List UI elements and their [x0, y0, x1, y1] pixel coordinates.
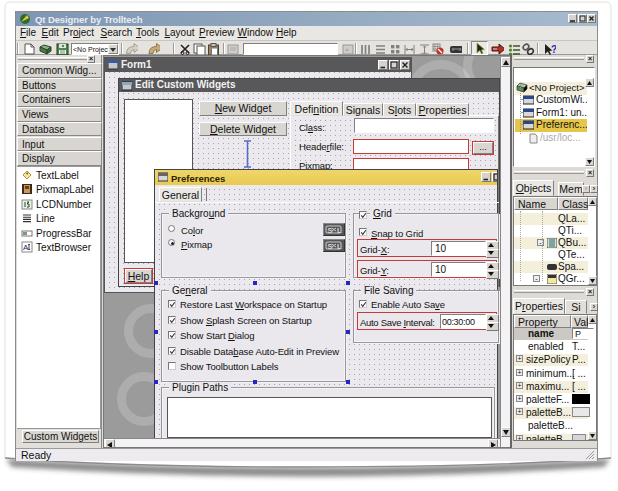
svg-text:?: ?	[551, 44, 556, 55]
svg-text:L: L	[337, 242, 342, 251]
svg-text:S: S	[328, 226, 333, 235]
svg-text:L: L	[337, 226, 342, 235]
svg-text:S: S	[328, 242, 333, 251]
